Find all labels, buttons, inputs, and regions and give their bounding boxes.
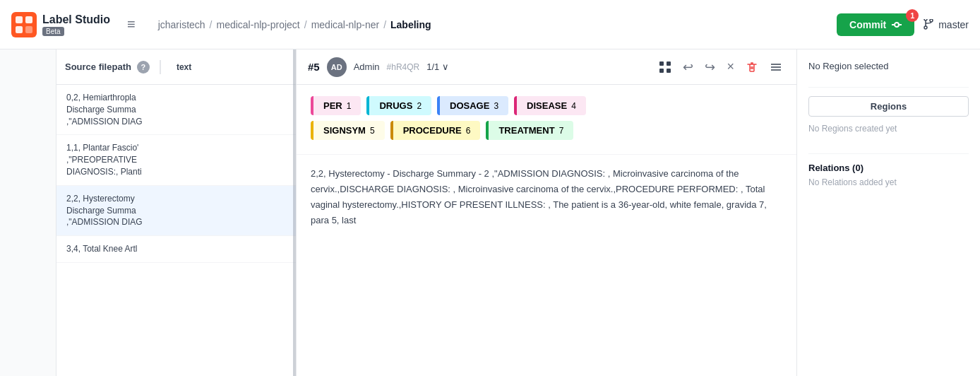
- annotator-name: Admin: [354, 61, 380, 72]
- svg-rect-8: [659, 61, 664, 66]
- logo-text-area: Label Studio Beta: [42, 13, 110, 35]
- breadcrumb: jcharistech / medical-nlp-project / medi…: [158, 19, 831, 30]
- svg-rect-0: [11, 12, 37, 37]
- commit-button[interactable]: Commit 1: [837, 13, 914, 36]
- svg-rect-1: [16, 16, 23, 23]
- divider: [808, 87, 969, 88]
- label-chip-signsym[interactable]: SIGNSYM5: [311, 121, 385, 140]
- label-count: 4: [571, 101, 576, 111]
- logo-area: Label Studio Beta: [11, 12, 110, 37]
- help-icon[interactable]: ?: [137, 61, 150, 74]
- breadcrumb-current: Labeling: [390, 19, 431, 30]
- breadcrumb-sep2: /: [304, 19, 307, 30]
- commit-icon: [892, 20, 902, 30]
- list-item-text: 0,2, Hemiarthropla Discharge Summa ,"ADM…: [66, 92, 286, 127]
- commit-badge: 1: [906, 9, 919, 22]
- pagination-text: 1/1: [426, 61, 439, 72]
- labels-row-1: PER1DRUGS2DOSAGE3DISEASE4: [311, 96, 782, 115]
- svg-rect-4: [25, 26, 32, 33]
- svg-rect-2: [25, 16, 32, 23]
- beta-badge: Beta: [42, 27, 64, 36]
- branch-label: master: [938, 19, 969, 30]
- main-layout: Source filepath ? text 0,2, Hemiarthropl…: [0, 49, 980, 376]
- label-name: PER: [323, 100, 342, 111]
- right-panel: No Region selected Regions No Regions cr…: [796, 49, 980, 376]
- list-item[interactable]: 0,2, Hemiarthropla Discharge Summa ,"ADM…: [56, 85, 296, 135]
- breadcrumb-sep3: /: [383, 19, 386, 30]
- close-button[interactable]: ×: [724, 57, 737, 77]
- grid-view-button[interactable]: [656, 58, 674, 76]
- divider2: [808, 153, 969, 154]
- avatar: AD: [327, 57, 347, 77]
- left-sidebar: [0, 49, 56, 376]
- center-toolbar: #5 AD Admin #hR4QR 1/1 ∨: [297, 49, 796, 85]
- label-count: 2: [417, 101, 422, 111]
- svg-rect-11: [667, 69, 671, 73]
- git-branch-icon: [923, 19, 934, 30]
- list-item[interactable]: 1,1, Plantar Fascio' ,"PREOPERATIVE DIAG…: [56, 135, 296, 185]
- label-count: 7: [559, 126, 564, 136]
- list-header: Source filepath ? text: [56, 49, 296, 85]
- relations-header: Relations (0): [808, 163, 969, 173]
- label-count: 5: [370, 126, 375, 136]
- undo-button[interactable]: ↩: [680, 57, 696, 78]
- no-regions-text: No Regions created yet: [808, 124, 969, 134]
- hamburger-icon[interactable]: ≡: [127, 16, 136, 33]
- divider: [160, 60, 161, 74]
- regions-button[interactable]: Regions: [808, 96, 969, 117]
- scroll-indicator: [293, 49, 296, 376]
- breadcrumb-sep1: /: [210, 19, 213, 30]
- chevron-down-icon[interactable]: ∨: [442, 61, 449, 72]
- svg-rect-9: [667, 61, 671, 66]
- redo-button[interactable]: ↪: [702, 57, 718, 78]
- list-item-text: 1,1, Plantar Fascio' ,"PREOPERATIVE DIAG…: [66, 142, 286, 177]
- no-relations-text: No Relations added yet: [808, 177, 969, 187]
- settings-icon: [770, 61, 782, 74]
- header: Label Studio Beta ≡ jcharistech / medica…: [0, 0, 980, 49]
- col-type-badge: text: [177, 62, 191, 72]
- breadcrumb-repo[interactable]: medical-nlp-ner: [311, 19, 379, 30]
- content-area[interactable]: 2,2, Hysterectomy - Discharge Summary - …: [297, 155, 796, 376]
- pagination: 1/1 ∨: [426, 61, 449, 72]
- breadcrumb-project[interactable]: medical-nlp-project: [216, 19, 299, 30]
- label-count: 3: [494, 101, 498, 111]
- label-name: PROCEDURE: [403, 125, 462, 136]
- label-count: 1: [347, 101, 352, 111]
- label-name: DISEASE: [527, 100, 567, 111]
- commit-label: Commit: [849, 19, 886, 30]
- svg-rect-10: [659, 69, 664, 73]
- list-item-text: 3,4, Total Knee Artl: [66, 243, 286, 255]
- label-chip-procedure[interactable]: PROCEDURE6: [390, 121, 481, 140]
- svg-point-5: [895, 23, 899, 27]
- settings-button[interactable]: [767, 58, 785, 76]
- labels-row-2: SIGNSYM5PROCEDURE6TREATMENT7: [311, 121, 782, 140]
- list-item-text: 2,2, Hysterectomy Discharge Summa ,"ADMI…: [66, 193, 286, 228]
- label-chip-dosage[interactable]: DOSAGE3: [437, 96, 508, 115]
- breadcrumb-org[interactable]: jcharistech: [158, 19, 205, 30]
- list-col-label: Source filepath: [65, 61, 131, 72]
- label-name: TREATMENT: [498, 125, 554, 136]
- label-count: 6: [466, 126, 471, 136]
- header-right: Commit 1 master: [837, 13, 969, 36]
- label-name: DRUGS: [379, 100, 412, 111]
- logo-icon: [11, 12, 37, 37]
- list-item[interactable]: 3,4, Total Knee Artl: [56, 236, 296, 263]
- branch-button[interactable]: master: [923, 19, 969, 30]
- list-item[interactable]: 2,2, Hysterectomy Discharge Summa ,"ADMI…: [56, 186, 296, 236]
- svg-rect-3: [16, 26, 23, 33]
- list-panel: Source filepath ? text 0,2, Hemiarthropl…: [56, 49, 297, 376]
- label-chip-treatment[interactable]: TREATMENT7: [486, 121, 573, 140]
- label-name: DOSAGE: [450, 100, 489, 111]
- label-chip-per[interactable]: PER1: [311, 96, 361, 115]
- avatar-initials: AD: [331, 63, 342, 71]
- label-chip-disease[interactable]: DISEASE4: [514, 96, 586, 115]
- content-text: 2,2, Hysterectomy - Discharge Summary - …: [311, 166, 782, 228]
- trash-icon: [746, 61, 758, 74]
- app-title: Label Studio: [42, 13, 110, 26]
- no-region-selected: No Region selected: [808, 61, 969, 71]
- label-chip-drugs[interactable]: DRUGS2: [366, 96, 431, 115]
- delete-button[interactable]: [743, 58, 761, 76]
- task-id: #5: [308, 61, 320, 73]
- list-items[interactable]: 0,2, Hemiarthropla Discharge Summa ,"ADM…: [56, 85, 296, 376]
- center-panel: #5 AD Admin #hR4QR 1/1 ∨: [297, 49, 796, 376]
